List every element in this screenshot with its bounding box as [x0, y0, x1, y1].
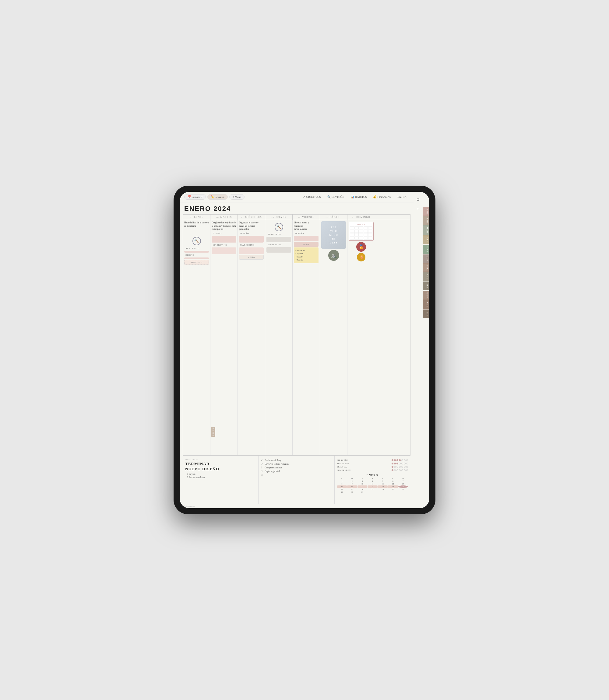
dot	[392, 466, 394, 468]
dot-empty	[404, 466, 405, 468]
jueves-marketing-block	[266, 247, 291, 253]
cal-hdr-l: L	[337, 478, 347, 480]
viernes-diseno-label: DISEÑO	[294, 232, 318, 235]
nav-finanzas[interactable]: 💰 FINANZAS	[370, 195, 394, 199]
header-miercoles: 17 MIÉRCOLES	[238, 215, 265, 220]
cal-day-2: 2	[347, 480, 357, 482]
tab-august[interactable]: AGO	[423, 272, 429, 282]
dot-empty	[401, 463, 403, 464]
checklist-item-2: ✓ Devolver teclado Amazon	[261, 463, 332, 465]
dot-empty	[401, 466, 403, 468]
nav-extra[interactable]: EXTRA	[395, 195, 409, 199]
num-18: 18	[271, 216, 274, 218]
ideas-cell	[364, 227, 368, 230]
viernes-viaje: VIAJE	[294, 242, 318, 247]
dot	[392, 469, 394, 471]
label-martes: MARTES	[221, 216, 232, 218]
revision-nav-icon: 🔍	[327, 195, 331, 198]
dot-empty	[399, 466, 401, 468]
martes-marketing-label: MARKETING	[212, 243, 236, 247]
tablet: ENE FEB MAR ABR MAY JUN JUL AGO SEP OCT …	[174, 186, 435, 514]
day-viernes: Limpiar horno y frigoríficoLavar sábanas…	[293, 220, 320, 455]
cal-day-1: 1	[337, 480, 347, 482]
checklist-item-5: □	[261, 473, 332, 476]
cal-day-20: 20	[388, 485, 398, 488]
jueves-marketing-label: MARKETING	[266, 243, 291, 247]
ideas-cell	[368, 236, 372, 239]
dot	[399, 459, 401, 461]
dot-empty	[399, 463, 401, 464]
check-4: □	[261, 470, 263, 473]
tab-may[interactable]: MAY	[423, 245, 429, 254]
cal-day-17: 17	[358, 485, 367, 488]
martes-marketing-block	[212, 248, 236, 254]
label-sabado: SÁBADO	[330, 216, 342, 218]
calendar-body: Hacer la lista de la compra de la semana…	[183, 220, 410, 455]
nav-objetivos[interactable]: ✓ OBJETIVOS	[300, 195, 324, 199]
cal-day-21: 21	[398, 485, 408, 488]
ideas-cell	[359, 230, 363, 233]
tab-june[interactable]: JUN	[423, 254, 429, 263]
ideas-cell	[364, 236, 368, 239]
habitos-icon: 📊	[351, 195, 354, 198]
ideas-cell	[364, 233, 368, 236]
lunes-almuerzo-block	[184, 251, 209, 253]
num-20: 20	[326, 216, 328, 218]
tab-july[interactable]: JUL	[423, 263, 429, 272]
viernes-sticky: - Mezquita- Joyería- Casa M- Tabería	[294, 248, 318, 263]
num-15: 15	[190, 216, 192, 218]
jueves-almuerzo-label: ALMUERZO	[266, 233, 291, 236]
miercoles-marketing-block	[239, 248, 264, 254]
bottom-section: OBJETIVO TERMINARNUEVO DISEÑO 1. Layout …	[183, 455, 411, 504]
objetivos-label: OBJETIVOS	[306, 195, 321, 198]
tab-march[interactable]: MAR	[423, 225, 429, 235]
revision-pill[interactable]: ✏️ Revisión	[207, 194, 228, 200]
menu-pill[interactable]: ≡ Menú	[229, 194, 244, 200]
week-pill[interactable]: 📅 Semana 3	[184, 194, 206, 200]
miercoles-diseno-label: DISEÑO	[239, 232, 264, 235]
dot-empty	[397, 466, 398, 468]
day-headers: 15 LUNES 16 MARTES 17 MIÉRCOLES 18 JUEVE…	[183, 215, 410, 220]
martes-diseno-block	[212, 236, 236, 243]
dot-empty	[406, 463, 408, 464]
cal-day-13: 13	[388, 483, 398, 485]
habits-panel: 8H SUEÑO 10K PASOS	[335, 455, 411, 504]
toolbar-icon-1[interactable]: ⊡	[415, 196, 421, 202]
habit-sueno-dots	[392, 459, 408, 461]
tab-april[interactable]: ABR	[423, 235, 429, 245]
habit-pasos-name: 10K PASOS	[337, 462, 349, 465]
right-toolbar: ⊡ +	[414, 192, 423, 508]
lunes-diseno: DISEÑO	[184, 253, 209, 257]
cal-day-9: 9	[347, 483, 357, 485]
day-miercoles: Organizar el correo y pagar las facturas…	[238, 220, 265, 455]
cal-day-22: 22	[337, 488, 347, 490]
ideas-cell	[354, 233, 359, 236]
dot-empty	[401, 469, 403, 471]
checklist-panel: ✓ Enviar email Etsy ✓ Devolver teclado A…	[259, 455, 334, 504]
cal-day-7: 7	[398, 480, 408, 482]
cal-day-3: 3	[358, 480, 367, 482]
nav-revision[interactable]: 🔍 REVISIÓN	[325, 195, 347, 199]
header-martes: 16 MARTES	[210, 215, 238, 220]
toolbar-icon-2[interactable]: +	[415, 206, 421, 212]
tab-january[interactable]: ENE	[423, 207, 429, 216]
miercoles-task: Organizar el correo y pagar las facturas…	[239, 221, 264, 231]
dot	[397, 459, 398, 461]
cal-day-18: 18	[367, 485, 377, 488]
day-jueves: 🔨 ALMUERZO MARKETING	[265, 220, 293, 455]
dot-empty	[404, 459, 405, 461]
dot	[392, 459, 394, 461]
tab-september[interactable]: SEP	[423, 282, 429, 290]
cal-hdr-v: V	[378, 478, 388, 480]
cal-day-14: 14	[398, 483, 408, 485]
tab-february[interactable]: FEB	[423, 216, 429, 225]
miercoles-marketing-label: MARKETING	[239, 243, 264, 247]
cal-day-15: 15	[337, 485, 347, 488]
tab-december[interactable]: DIC	[423, 310, 429, 318]
cal-hdr-j: J	[367, 478, 377, 480]
miercoles-diseno-block	[239, 236, 264, 243]
label-miercoles: MIÉRCOLES	[245, 216, 262, 218]
nav-habitos[interactable]: 📊 HÁBITOS	[348, 195, 369, 199]
tab-october[interactable]: OCT	[423, 291, 429, 300]
tab-november[interactable]: NOV	[423, 300, 429, 309]
